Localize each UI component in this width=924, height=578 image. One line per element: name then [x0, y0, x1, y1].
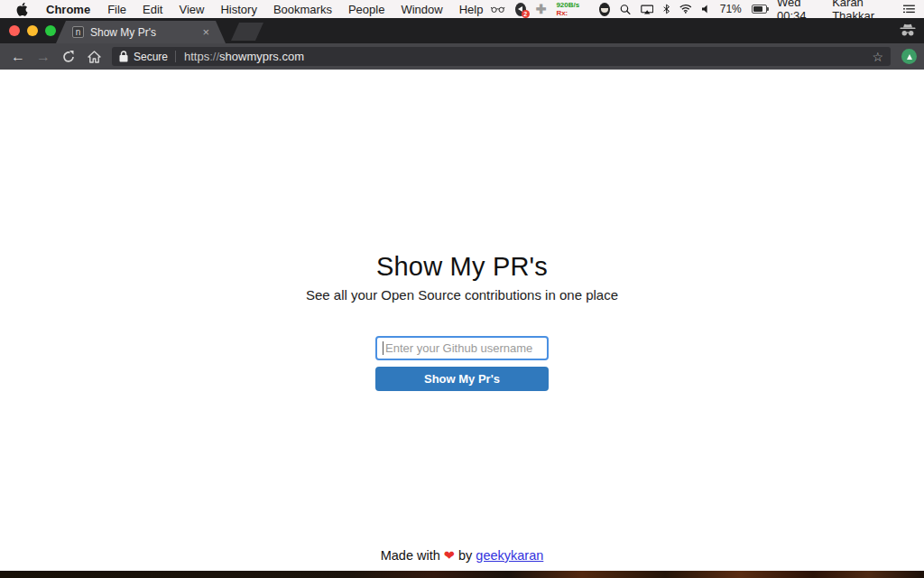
home-icon	[88, 51, 101, 63]
bookmark-star-icon[interactable]: ☆	[872, 50, 883, 64]
chrome-tabbar: n Show My Pr's ×	[0, 18, 924, 43]
notification-app-icon[interactable]: 2	[515, 3, 526, 16]
page-subtitle: See all your Open Source contributions i…	[306, 287, 618, 303]
menu-edit[interactable]: Edit	[134, 3, 171, 16]
footer-text-by: by	[458, 548, 472, 563]
browser-toolbar: ← → Secure https://showmyprs.com ☆	[0, 43, 924, 70]
menu-file[interactable]: File	[99, 3, 134, 16]
window-close-button[interactable]	[9, 25, 20, 36]
address-bar[interactable]: Secure https://showmyprs.com ☆	[112, 47, 891, 66]
up-arrow-glyph	[907, 54, 912, 60]
plus-menu-icon[interactable]: ✚	[536, 2, 547, 16]
show-my-prs-button[interactable]: Show My Pr's	[375, 367, 549, 391]
secure-lock-icon[interactable]	[119, 51, 128, 62]
tab-title: Show My Pr's	[90, 26, 195, 39]
apple-icon	[16, 3, 28, 16]
airplay-icon[interactable]	[641, 4, 653, 15]
heart-icon: ❤	[444, 548, 455, 563]
footer-text: Made with	[381, 548, 440, 563]
window-zoom-button[interactable]	[45, 25, 56, 36]
menu-people[interactable]: People	[340, 3, 393, 16]
bluetooth-icon[interactable]	[663, 3, 670, 15]
back-button[interactable]: ←	[7, 46, 29, 68]
notification-center-icon[interactable]	[903, 4, 915, 14]
battery-percent: 71%	[720, 3, 742, 15]
author-link[interactable]: geekykaran	[476, 548, 543, 563]
tab-favicon: n	[72, 26, 84, 38]
extension-icon[interactable]	[901, 49, 917, 64]
github-username-input[interactable]	[375, 336, 549, 360]
menu-help[interactable]: Help	[451, 3, 492, 16]
window-minimize-button[interactable]	[27, 25, 38, 36]
footer: Made with ❤ by geekykaran	[381, 548, 544, 571]
reload-button[interactable]	[58, 46, 79, 68]
spotlight-search-icon[interactable]	[620, 3, 631, 16]
dark-app-icon[interactable]	[599, 3, 610, 16]
home-button[interactable]	[83, 46, 105, 68]
volume-icon[interactable]	[702, 4, 710, 14]
browser-tab[interactable]: n Show My Pr's ×	[56, 21, 226, 43]
notification-badge: 2	[522, 10, 530, 18]
eyeglasses-icon[interactable]	[491, 5, 504, 14]
forward-button[interactable]: →	[32, 46, 54, 68]
omnibox-separator	[175, 51, 176, 62]
wifi-icon[interactable]	[679, 4, 692, 14]
reload-icon	[62, 51, 75, 63]
menu-window[interactable]: Window	[393, 3, 450, 16]
menu-chrome[interactable]: Chrome	[37, 3, 99, 16]
incognito-icon	[899, 23, 917, 37]
new-tab-button[interactable]	[231, 23, 263, 41]
url-text: https://showmyprs.com	[184, 50, 304, 63]
battery-icon[interactable]	[752, 5, 767, 14]
text-caret	[383, 341, 383, 355]
menu-history[interactable]: History	[212, 3, 264, 16]
menu-bookmarks[interactable]: Bookmarks	[265, 3, 340, 16]
page-title: Show My PR's	[376, 252, 548, 282]
apple-menu[interactable]	[16, 3, 28, 16]
desktop-wallpaper-strip	[0, 571, 924, 578]
page-content: Show My PR's See all your Open Source co…	[0, 70, 924, 571]
macos-menubar: Chrome File Edit View History Bookmarks …	[0, 0, 924, 18]
security-label: Secure	[134, 51, 168, 63]
tab-close-icon[interactable]: ×	[202, 25, 209, 39]
menu-view[interactable]: View	[171, 3, 212, 16]
